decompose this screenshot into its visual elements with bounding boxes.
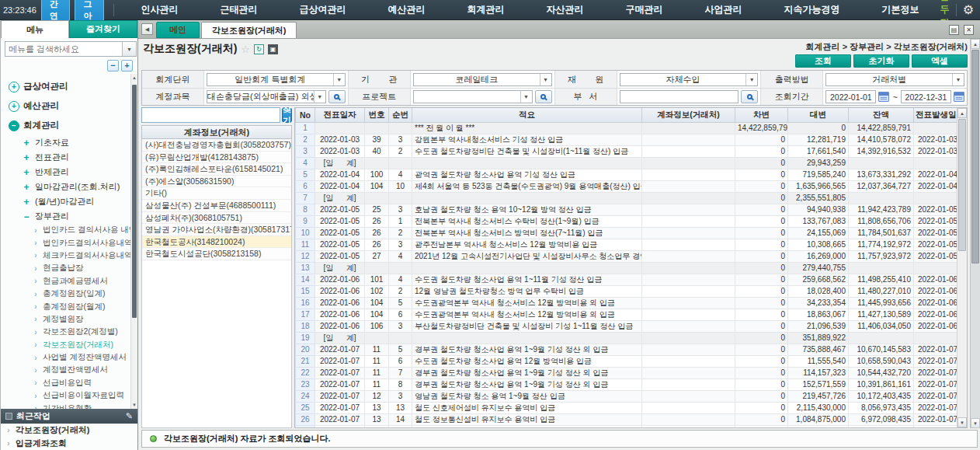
account-search-button[interactable] — [328, 90, 346, 103]
chevron-down-icon[interactable]: ▼ — [745, 74, 757, 85]
tree-item[interactable]: ›법인카드 결의서사용 내역 — [1, 224, 137, 236]
expand-icon[interactable]: + — [22, 152, 31, 163]
partner-list-item[interactable]: 한국철도공사(3148210024) — [142, 236, 291, 249]
tree-item[interactable]: ›총계정원장(월계) — [1, 300, 137, 312]
table-row[interactable]: 102022-01-05262전북본부 역사내 청소서비스 방역비 정산(7~1… — [296, 227, 962, 239]
tree-item[interactable]: −장부관리 — [1, 209, 137, 224]
gear-icon[interactable]: ⚙ — [963, 4, 974, 16]
find-button[interactable]: 찾기 — [282, 107, 292, 123]
column-header[interactable]: 전표일자 — [315, 108, 365, 122]
table-row[interactable]: 22022-01-03393강원본부 역사내청소서비스 기성 정산 입금012,… — [296, 134, 962, 145]
expand-icon[interactable]: + — [22, 182, 31, 193]
table-row[interactable]: 4[일 계]029,943,259 — [296, 157, 962, 169]
topbar-menu-item[interactable]: 사업관리 — [684, 3, 763, 16]
sidebar-tab-menu[interactable]: 메뉴 — [1, 20, 69, 38]
partner-list-item[interactable]: 한국철도시설공단(3058213158) — [142, 248, 291, 260]
refresh-icon[interactable]: ↻ — [254, 44, 264, 54]
tree-item[interactable]: ›현금과예금명세서 — [1, 275, 137, 288]
accounting-unit-select[interactable]: 일반회계 특별회계▼ — [207, 73, 346, 86]
search-button[interactable]: 조회 — [795, 54, 851, 68]
table-row[interactable]: 1*** 전 월 이 월 ***14,422,859,791014,422,85… — [296, 122, 962, 134]
output-method-select[interactable]: 거래처별▼ — [825, 73, 964, 86]
table-row[interactable]: 122022-01-052742021년 12월 고속시설전기사업단 및 시설장… — [296, 250, 962, 262]
tree-item[interactable]: +예산관리 — [1, 96, 137, 116]
scroll-up-icon[interactable]: ▲ — [957, 108, 967, 118]
sidebar-tab-favorites[interactable]: 즐겨찾기 — [69, 20, 137, 38]
popup-icon[interactable]: ▣ — [268, 44, 278, 54]
project-search-button[interactable] — [535, 90, 552, 103]
column-header[interactable]: 차변 — [735, 108, 788, 122]
calendar-icon[interactable] — [878, 92, 889, 102]
table-row[interactable]: 262022-01-071314철도 정보통신설비 유지보수 용역비 입금01,… — [296, 413, 962, 425]
chevron-down-icon[interactable]: ▼ — [333, 74, 345, 85]
column-header[interactable]: 대변 — [788, 108, 849, 122]
fund-source-select[interactable]: 자체수입▼ — [620, 73, 759, 86]
tree-item[interactable]: ›각보조원장(거래처) — [1, 339, 137, 351]
column-header[interactable]: 잔액 — [849, 108, 914, 122]
collapse-icon[interactable]: − — [9, 120, 19, 131]
expand-icon[interactable]: + — [22, 197, 31, 208]
chevron-down-icon[interactable]: ▼ — [314, 91, 325, 103]
expand-all-button[interactable]: + — [121, 60, 133, 72]
excel-button[interactable]: 엑셀 — [912, 54, 968, 68]
tree-item[interactable]: ›사업별 계정잔액명세서 — [1, 351, 137, 364]
topbar-menu-item[interactable]: 자산관리 — [526, 3, 605, 16]
column-header[interactable]: 계좌정보(거래처) — [642, 108, 735, 122]
column-header[interactable]: 번호 — [365, 108, 389, 122]
scroll-down-icon[interactable]: ▼ — [971, 418, 980, 428]
table-row[interactable]: 232022-01-07118경부권 철도차량 청소사업 용역 1~9월 기성 … — [296, 378, 962, 390]
chevron-down-icon[interactable]: ▼ — [540, 74, 551, 85]
topbar-menu-item[interactable]: 기본정보 — [861, 3, 940, 16]
expand-icon[interactable]: + — [22, 167, 31, 178]
topbar-menu-item[interactable]: 근태관리 — [200, 3, 279, 16]
favorite-star-icon[interactable]: ☆ — [241, 44, 250, 55]
topbar-menu-item[interactable]: 인사관리 — [120, 3, 200, 16]
partner-list-item[interactable]: 삼성물산(주) 건설부문(4688500111) — [142, 200, 291, 212]
department-search-button[interactable] — [741, 90, 758, 103]
clear-recent-icon[interactable]: ✎ — [126, 411, 133, 421]
table-row[interactable]: 252022-01-071313철도 신호제어설비 유지보수 용역비 입금02,… — [296, 402, 962, 413]
scroll-down-icon[interactable]: ▼ — [957, 417, 967, 427]
calendar-icon[interactable] — [954, 92, 964, 102]
table-row[interactable]: 92022-01-05261전북본부 역사내 청소서비스 수탁비 정산(1~9월… — [296, 215, 962, 227]
tab-main[interactable]: 메인 — [156, 22, 200, 38]
tree-item[interactable]: +기초자료 — [1, 135, 137, 150]
table-row[interactable]: 212022-01-07116수도권 철도차량 청소사업 용역 12월 방역비용… — [296, 355, 962, 367]
topbar-menu-item[interactable]: 구매관리 — [605, 3, 684, 16]
reset-button[interactable]: 초기화 — [853, 54, 909, 68]
collapse-icon[interactable]: − — [22, 211, 31, 222]
partner-list-item[interactable]: 삼성폐차(주)(3068105751) — [142, 212, 291, 225]
project-select[interactable]: ▼ — [413, 90, 533, 103]
table-row[interactable]: 182022-01-061063부산철도차량정비단 건축물 및 시설장비 기성 … — [296, 320, 962, 332]
table-row[interactable]: 222022-01-07117경부권 철도차량 청소사업 용역 1~9월 기성 … — [296, 367, 962, 378]
table-row[interactable]: 7[일 계]02,355,551,805 — [296, 192, 962, 204]
tab-subledger-partner[interactable]: 각보조원장(거래처) — [201, 22, 297, 38]
close-icon[interactable]: ✕ — [964, 25, 974, 35]
window-icon[interactable]: ▤ — [949, 25, 959, 35]
partner-list-item[interactable]: (사)대전충남경영자총협회(3058203757) — [142, 139, 291, 152]
column-header[interactable]: No — [296, 108, 315, 122]
scrollbar-thumb[interactable] — [971, 50, 979, 263]
tree-item[interactable]: ›각보조원장2(계정별) — [1, 326, 137, 338]
tree-item[interactable]: ›기간비용현황 — [1, 402, 137, 409]
partner-search-input[interactable] — [141, 107, 280, 123]
table-row[interactable]: 52022-01-041004광역권 철도차량 청소사업 용역 기성 정산 입금… — [296, 169, 962, 180]
period-to-input[interactable]: 2022-12-31 — [901, 90, 951, 103]
tree-item[interactable]: ›법인카드결의서사용내역2 — [1, 236, 137, 249]
tree-item[interactable]: ›체크카드결의서사용내역 — [1, 249, 137, 262]
column-header[interactable]: 전표발생일자 — [914, 108, 962, 122]
column-header[interactable]: 순번 — [389, 108, 412, 122]
partner-list-item[interactable]: (주)에스알(3058631590) — [142, 176, 291, 188]
table-row[interactable]: 172022-01-061046수도권광역본부 역사내 청소서비스 12월 방역… — [296, 309, 962, 320]
partner-list-item[interactable]: (주)록인김해레스포타운(6158145021) — [142, 163, 291, 176]
table-row[interactable]: 13[일 계]0279,440,755 — [296, 262, 962, 274]
partner-list-item[interactable]: 영남권 가야사업소(차량환경)(3058173178) — [142, 224, 291, 236]
tree-item[interactable]: +전표관리 — [1, 150, 137, 165]
period-from-input[interactable]: 2022-01-01 — [825, 90, 876, 103]
chevron-down-icon[interactable]: ▼ — [952, 74, 964, 85]
menu-search-input[interactable] — [5, 44, 122, 54]
organization-select[interactable]: 코레일테크▼ — [413, 73, 552, 86]
table-row[interactable]: 142022-01-061014수도권 철도차량 청소사업 용역 1~11월 기… — [296, 274, 962, 285]
expand-icon[interactable]: + — [22, 138, 31, 148]
recent-item[interactable]: ›입금계좌조회 — [1, 437, 137, 450]
